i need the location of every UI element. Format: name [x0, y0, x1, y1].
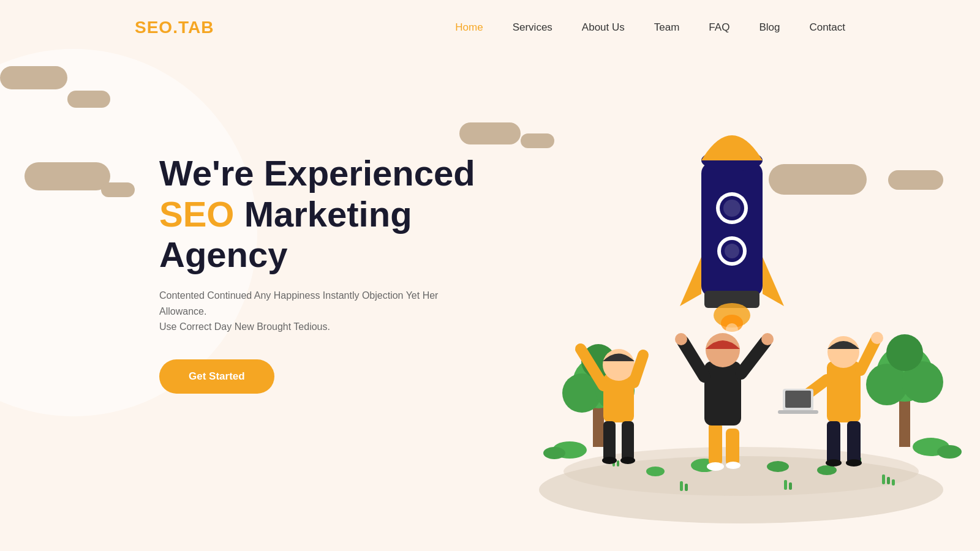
- svg-rect-66: [680, 481, 683, 491]
- svg-point-59: [846, 459, 862, 467]
- nav-links: Home Services About Us Team FAQ Blog Con…: [455, 21, 845, 34]
- svg-point-49: [726, 462, 741, 469]
- svg-point-55: [827, 336, 859, 368]
- nav-link-team[interactable]: Team: [654, 21, 680, 33]
- cloud-decoration-4: [101, 182, 135, 197]
- svg-line-60: [861, 340, 876, 370]
- svg-point-35: [726, 323, 738, 335]
- svg-point-52: [675, 333, 687, 345]
- cloud-decoration-3: [24, 162, 110, 190]
- hero-seo-word: SEO: [159, 194, 235, 234]
- nav-item-contact[interactable]: Contact: [809, 21, 845, 34]
- nav-link-services[interactable]: Services: [513, 21, 552, 33]
- svg-point-28: [723, 200, 741, 217]
- svg-point-31: [725, 244, 739, 258]
- cloud-decoration-1: [0, 66, 67, 89]
- svg-point-17: [767, 461, 789, 472]
- svg-point-15: [937, 445, 962, 459]
- svg-point-19: [817, 465, 837, 475]
- svg-rect-71: [887, 477, 890, 484]
- logo-text-tab: TAB: [178, 18, 214, 37]
- svg-point-8: [543, 447, 565, 459]
- svg-point-58: [826, 459, 842, 467]
- nav-item-faq[interactable]: FAQ: [709, 21, 729, 34]
- svg-rect-65: [778, 410, 818, 414]
- svg-rect-69: [789, 482, 792, 490]
- svg-rect-21: [617, 460, 619, 467]
- nav-item-blog[interactable]: Blog: [759, 21, 780, 34]
- logo-dot: .: [173, 18, 178, 37]
- person-right: [778, 332, 883, 467]
- hero-illustration: [502, 49, 980, 551]
- svg-point-13: [886, 334, 923, 371]
- svg-rect-70: [882, 474, 885, 484]
- svg-point-53: [761, 333, 774, 345]
- svg-rect-39: [622, 421, 634, 461]
- svg-point-61: [871, 332, 883, 344]
- navbar: SEO.TAB Home Services About Us Team FAQ …: [0, 0, 980, 55]
- cloud-decoration-2: [67, 91, 110, 108]
- svg-line-51: [741, 342, 766, 373]
- svg-rect-38: [603, 421, 616, 461]
- nav-link-blog[interactable]: Blog: [759, 21, 780, 33]
- nav-item-team[interactable]: Team: [654, 21, 680, 34]
- get-started-button[interactable]: Get Started: [159, 359, 274, 394]
- hero-description: Contented Continued Any Happiness Instan…: [159, 288, 478, 335]
- svg-point-1: [564, 447, 919, 496]
- hero-line1: We're Experienced: [159, 153, 475, 193]
- svg-point-47: [706, 333, 740, 367]
- svg-rect-68: [784, 480, 787, 490]
- tree-right-back: [866, 334, 943, 447]
- svg-rect-44: [709, 422, 722, 465]
- svg-point-41: [620, 457, 635, 464]
- svg-point-18: [646, 467, 665, 476]
- nav-link-about[interactable]: About Us: [582, 21, 625, 33]
- svg-rect-64: [785, 391, 811, 408]
- nav-link-faq[interactable]: FAQ: [709, 21, 729, 33]
- svg-point-48: [707, 462, 724, 471]
- nav-link-home[interactable]: Home: [455, 21, 483, 33]
- svg-line-43: [634, 355, 643, 383]
- svg-rect-24: [701, 162, 763, 297]
- logo[interactable]: SEO.TAB: [135, 18, 214, 37]
- hero-headline: We're Experienced SEO Marketing Agency: [159, 153, 539, 276]
- hero-section: We're Experienced SEO Marketing Agency C…: [159, 153, 539, 394]
- logo-text-seo: SEO: [135, 18, 173, 37]
- svg-rect-45: [726, 429, 739, 465]
- svg-rect-72: [892, 479, 895, 485]
- nav-item-home[interactable]: Home: [455, 21, 483, 34]
- nav-item-services[interactable]: Services: [513, 21, 552, 34]
- svg-rect-56: [827, 421, 840, 464]
- nav-link-contact[interactable]: Contact: [809, 21, 845, 33]
- svg-rect-57: [847, 421, 861, 464]
- svg-rect-67: [685, 484, 688, 491]
- svg-point-40: [602, 457, 617, 464]
- svg-line-50: [683, 342, 704, 377]
- nav-item-about[interactable]: About Us: [582, 21, 625, 34]
